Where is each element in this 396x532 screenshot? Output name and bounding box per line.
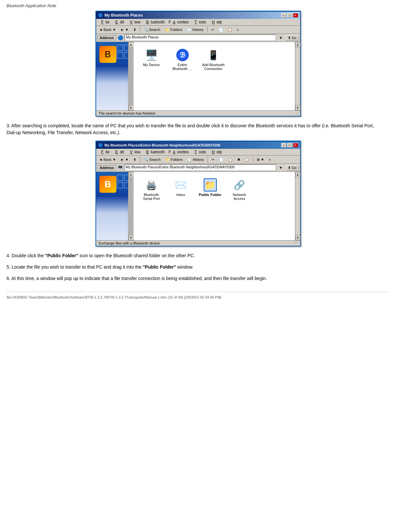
- back-btn-2[interactable]: ◄ Back ▼: [97, 157, 118, 162]
- menu-tools-1[interactable]: Tools: [191, 20, 208, 25]
- window-2-sidebar: B ▲ ▼: [96, 172, 134, 240]
- copy-btn-2[interactable]: 📄: [217, 157, 225, 162]
- go-btn-2[interactable]: ⬆ Go: [286, 165, 299, 171]
- window-1-content: 🖥️ My Device ℬ EntireBluetooth … 📱 Add B…: [134, 42, 295, 110]
- window-1: 🔵 My Bluetooth Places − □ × File Edit Vi…: [95, 11, 301, 117]
- cut-btn-2[interactable]: ✂: [210, 157, 216, 162]
- more-btn-1[interactable]: »: [235, 27, 241, 32]
- scroll-down-2[interactable]: ▼: [128, 235, 134, 240]
- up-btn-2[interactable]: ⬆: [132, 157, 138, 162]
- window-1-maximize-btn[interactable]: □: [287, 13, 292, 18]
- address-icon-2: 🖥️: [118, 165, 123, 170]
- menu-edit-1[interactable]: Edit: [111, 20, 126, 25]
- properties-btn-2[interactable]: 📋: [243, 157, 251, 162]
- menu-tools-2[interactable]: Tools: [191, 149, 208, 155]
- sidebar-scrollbar-1[interactable]: ▲ ▼: [128, 42, 133, 110]
- menu-help-2[interactable]: Help: [208, 149, 224, 155]
- window-1-sidebar: B ▲ ▼: [96, 42, 134, 110]
- address-dropdown-1[interactable]: ▼: [277, 35, 284, 40]
- address-label-1: Address: [97, 35, 116, 40]
- sidebar-bt-icon-1: B: [99, 46, 116, 63]
- address-label-2: Address: [97, 165, 116, 170]
- folders-btn-1[interactable]: 📁 Folders: [163, 27, 184, 33]
- menu-file-2[interactable]: File: [97, 149, 111, 155]
- window-1-vscroll[interactable]: ▲ ▼: [295, 42, 300, 110]
- menu-file-1[interactable]: File: [97, 20, 111, 25]
- more-btn-2[interactable]: »: [267, 157, 272, 162]
- paragraph-1: 3. After searching is completed, locate …: [7, 122, 381, 136]
- address-input-1[interactable]: My Bluetooth Places: [125, 35, 276, 41]
- window-2-close-btn[interactable]: ×: [293, 143, 298, 147]
- icon-public-folder[interactable]: 📁 Public Folder: [199, 178, 222, 197]
- sidebar-bt-icon-2: B: [99, 176, 116, 193]
- paragraph-2: 4. Double click the "Public Folder" icon…: [7, 252, 381, 259]
- paste-btn-1[interactable]: 📋: [226, 27, 234, 33]
- vscroll-up-2[interactable]: ▲: [295, 172, 301, 177]
- address-dropdown-2[interactable]: ▼: [277, 165, 284, 170]
- up-btn-1[interactable]: ⬆: [132, 27, 138, 33]
- window-1-toolbar: ◄ Back ▼ ► ▼ ⬆ 🔍 Search 📁 Folders 🕐 Hist…: [96, 26, 300, 34]
- icon-add-bluetooth[interactable]: 📱 Add Bluetooth Connection: [202, 49, 225, 71]
- forward-btn-1[interactable]: ► ▼: [119, 27, 130, 32]
- window-2-menubar: File Edit View Bluetooth Favorites Tools…: [96, 149, 300, 156]
- icon-my-device-label: My Device: [143, 63, 160, 67]
- delete-btn-2[interactable]: ✖: [236, 157, 242, 162]
- icon-my-device[interactable]: 🖥️ My Device: [140, 49, 163, 67]
- window-2-vscroll[interactable]: ▲ ▼: [295, 172, 300, 240]
- window-2-title: My Bluetooth Places\Entire Bluetooth Nei…: [105, 143, 221, 147]
- paragraph-2-rest: icon to open the Bluetooth shared folder…: [80, 253, 195, 258]
- icon-inbox-label: Inbox: [176, 193, 185, 197]
- window-1-minimize-btn[interactable]: −: [281, 13, 286, 18]
- cut-btn-1[interactable]: ✂: [210, 27, 216, 33]
- icon-network-access-label: Network Access: [228, 193, 251, 201]
- address-icon-1: 🔵: [118, 35, 123, 40]
- menu-favorites-1[interactable]: Favorites: [167, 20, 190, 25]
- menu-bluetooth-1[interactable]: Bluetooth: [142, 20, 167, 25]
- vscroll-down-2[interactable]: ▼: [295, 235, 301, 240]
- scroll-up-1[interactable]: ▲: [128, 42, 134, 47]
- icon-public-folder-label: Public Folder: [199, 193, 222, 197]
- menu-bluetooth-2[interactable]: Bluetooth: [142, 149, 167, 155]
- icon-bluetooth-serial-port[interactable]: 🖨️ Bluetooth Serial Port: [140, 178, 163, 201]
- search-btn-1[interactable]: 🔍 Search: [142, 27, 162, 33]
- window-2-maximize-btn[interactable]: □: [287, 143, 292, 147]
- window-1-titlebar: 🔵 My Bluetooth Places − □ ×: [96, 12, 300, 19]
- go-btn-1[interactable]: ⬆ Go: [286, 35, 299, 41]
- icon-entire-bluetooth[interactable]: ℬ EntireBluetooth …: [171, 49, 194, 71]
- page-footer: file:///D|/MDC Team/Billionton/Bluetooth…: [7, 292, 389, 299]
- icon-entire-bluetooth-label: EntireBluetooth …: [172, 63, 192, 71]
- icon-network-access[interactable]: 🔗 Network Access: [228, 178, 251, 201]
- paragraph-3-rest: window.: [177, 264, 194, 270]
- window-2-titlebar-icon: 🔵: [98, 143, 103, 148]
- menu-view-2[interactable]: View: [126, 149, 142, 155]
- paragraph-3: 5. Locate the file you wish to transfer …: [7, 264, 381, 271]
- scroll-up-2[interactable]: ▲: [128, 172, 134, 177]
- window-1-titlebar-icon: 🔵: [98, 13, 103, 18]
- menu-edit-2[interactable]: Edit: [111, 149, 126, 155]
- folders-btn-2[interactable]: 📁 Folders: [164, 157, 184, 162]
- search-btn-2[interactable]: 🔍 Search: [142, 157, 162, 162]
- forward-btn-2[interactable]: ► ▼: [119, 157, 130, 162]
- icon-inbox[interactable]: ✉️ Inbox: [169, 178, 192, 197]
- back-btn-1[interactable]: ◄ Back ▼: [97, 27, 118, 32]
- vscroll-up-1[interactable]: ▲: [295, 42, 301, 47]
- window-1-close-btn[interactable]: ×: [293, 13, 298, 18]
- address-input-2[interactable]: My Bluetooth Places\Entire Bluetooth Nei…: [124, 164, 276, 171]
- menu-help-1[interactable]: Help: [208, 20, 224, 25]
- copy-btn-1[interactable]: 📄: [217, 27, 225, 33]
- view-btn-2[interactable]: ⊞ ▼: [255, 157, 266, 162]
- window-2-minimize-btn[interactable]: −: [281, 143, 286, 147]
- scroll-down-1[interactable]: ▼: [128, 105, 134, 110]
- vscroll-down-1[interactable]: ▼: [295, 105, 301, 110]
- window-2-toolbar: ◄ Back ▼ ► ▼ ⬆ 🔍 Search 📁 Folders 🕐 Hist…: [96, 156, 300, 164]
- icon-bluetooth-serial-label: Bluetooth Serial Port: [140, 193, 163, 201]
- menu-favorites-2[interactable]: Favorites: [167, 149, 190, 155]
- history-btn-2[interactable]: 🕐 History: [185, 157, 205, 162]
- history-btn-1[interactable]: 🕐 History: [185, 27, 205, 33]
- menu-view-1[interactable]: View: [126, 20, 142, 25]
- page-header: Bluetooth Application Note: [7, 3, 389, 8]
- window-2-titlebar: 🔵 My Bluetooth Places\Entire Bluetooth N…: [96, 142, 300, 149]
- paste-btn-2[interactable]: 📋: [227, 157, 234, 162]
- icon-add-bluetooth-label: Add Bluetooth Connection: [202, 63, 225, 71]
- sidebar-scrollbar-2[interactable]: ▲ ▼: [128, 172, 133, 240]
